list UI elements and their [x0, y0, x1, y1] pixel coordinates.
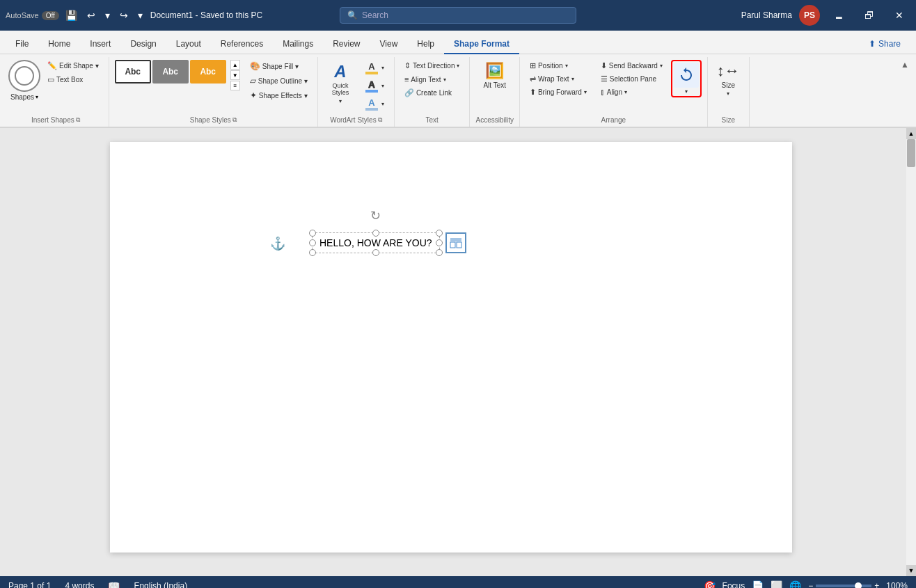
textbox-selected[interactable]: HELLO, HOW ARE YOU? — [312, 232, 440, 253]
handle-tr[interactable] — [436, 230, 443, 237]
tab-references[interactable]: References — [211, 35, 273, 54]
shape-style-1[interactable]: Abc — [115, 60, 151, 84]
shape-outline-button[interactable]: ▱ Shape Outline ▾ — [246, 74, 312, 87]
undo-button[interactable]: ↩ — [84, 8, 99, 23]
size-label: Size — [713, 115, 743, 127]
text-buttons: ⇕ Text Direction ▾ ≡ Align Text ▾ 🔗 Crea… — [400, 60, 464, 99]
tab-view[interactable]: View — [370, 35, 408, 54]
print-layout-icon[interactable]: ⬜ — [771, 580, 782, 588]
scroll-up-arrow[interactable]: ▲ — [906, 128, 916, 139]
handle-mr[interactable] — [436, 239, 443, 246]
zoom-minus[interactable]: − — [808, 581, 813, 588]
scroll-down[interactable]: ▼ — [230, 70, 240, 80]
web-layout-icon[interactable]: 🌐 — [789, 580, 801, 588]
focus-label[interactable]: Focus — [722, 581, 745, 588]
wrap-text-button[interactable]: ⇌ Wrap Text ▾ — [526, 73, 591, 85]
undo-dropdown[interactable]: ▾ — [102, 8, 113, 23]
handle-bl[interactable] — [309, 249, 316, 256]
handle-ml[interactable] — [309, 239, 316, 246]
scroll-more[interactable]: ≡ — [230, 81, 240, 90]
textbox-container: ⚓ ↻ HELLO, HOW ARE YOU? — [312, 232, 440, 253]
text-effects-dropdown[interactable]: ▾ — [381, 101, 384, 107]
handle-bm[interactable] — [372, 249, 379, 256]
zoom-level[interactable]: 100% — [886, 581, 908, 588]
position-icon: ⊞ — [530, 61, 536, 70]
maximize-button[interactable]: 🗗 — [858, 7, 881, 24]
tab-file[interactable]: File — [6, 35, 38, 54]
shape-style-3[interactable]: Abc — [190, 60, 226, 84]
tab-share[interactable]: ⬆ Share — [859, 35, 910, 54]
tab-home[interactable]: Home — [38, 35, 80, 54]
focus-icon[interactable]: 🎯 — [704, 580, 716, 588]
read-mode-icon[interactable]: 📄 — [752, 580, 764, 588]
user-avatar[interactable]: PS — [799, 5, 820, 26]
scroll-down-arrow[interactable]: ▼ — [906, 565, 916, 576]
tab-shape-format[interactable]: Shape Format — [444, 35, 519, 54]
scrollbar-vertical[interactable]: ▲ ▼ — [906, 128, 916, 576]
close-button[interactable]: ✕ — [888, 7, 910, 24]
text-outline-dropdown[interactable]: ▾ — [381, 83, 384, 89]
tab-layout[interactable]: Layout — [166, 35, 211, 54]
shape-effects-button[interactable]: ✦ Shape Effects ▾ — [246, 89, 312, 102]
text-direction-button[interactable]: ⇕ Text Direction ▾ — [400, 60, 464, 72]
text-fill-button[interactable]: A ▾ — [360, 60, 388, 76]
zoom-slider[interactable] — [816, 585, 871, 587]
handle-br[interactable] — [436, 249, 443, 256]
autosave-toggle[interactable]: Off — [42, 11, 59, 20]
align-button[interactable]: ⫿ Align ▾ — [597, 86, 667, 97]
shapes-big-button[interactable] — [8, 60, 40, 92]
zoom-thumb[interactable] — [855, 582, 862, 588]
search-box[interactable]: 🔍 — [340, 7, 576, 24]
text-outline-button[interactable]: A ▾ — [360, 78, 388, 94]
redo-button[interactable]: ↪ — [116, 8, 132, 23]
autosave-label: AutoSave — [6, 11, 39, 19]
position-button[interactable]: ⊞ Position ▾ — [526, 60, 591, 72]
layout-icon[interactable] — [445, 232, 466, 253]
tab-insert[interactable]: Insert — [80, 35, 120, 54]
size-content: ↕↔ Size ▾ — [713, 57, 743, 115]
bring-forward-button[interactable]: ⬆ Bring Forward ▾ — [526, 86, 591, 98]
handle-tm[interactable] — [372, 230, 379, 237]
text-box-button[interactable]: ▭ Text Box — [43, 74, 103, 86]
scroll-thumb[interactable] — [907, 139, 915, 167]
tab-design[interactable]: Design — [120, 35, 166, 54]
shape-fill-button[interactable]: 🎨 Shape Fill ▾ — [246, 60, 312, 72]
align-text-button[interactable]: ≡ Align Text ▾ — [400, 74, 464, 85]
tab-review[interactable]: Review — [323, 35, 370, 54]
quick-styles-button[interactable]: A Quick Styles ▾ — [324, 60, 357, 103]
save-button[interactable]: 💾 — [62, 8, 81, 23]
edit-shape-button[interactable]: ✏️ Edit Shape ▾ — [43, 60, 103, 72]
text-effects-button[interactable]: A ▾ — [360, 96, 388, 112]
shapes-dropdown[interactable]: ▾ — [35, 94, 38, 100]
rotate-button-highlighted[interactable]: ▾ — [671, 60, 702, 97]
layout-icon-box[interactable] — [445, 232, 466, 253]
alt-text-button[interactable]: 🖼️ Alt Text — [480, 60, 510, 103]
tab-help[interactable]: Help — [407, 35, 444, 54]
layout-options-icon — [450, 237, 462, 249]
wordart-styles-label: WordArt Styles ⧉ — [324, 115, 388, 127]
language[interactable]: English (India) — [134, 581, 187, 588]
send-backward-button[interactable]: ⬇ Send Backward ▾ — [597, 60, 667, 72]
search-input[interactable] — [362, 10, 569, 20]
textbox-text[interactable]: HELLO, HOW ARE YOU? — [319, 237, 432, 248]
quick-styles-dropdown[interactable]: ▾ — [339, 98, 342, 104]
arrange-col1: ⊞ Position ▾ ⇌ Wrap Text ▾ ⬆ Bring Forwa… — [526, 60, 591, 98]
tab-mailings[interactable]: Mailings — [273, 35, 323, 54]
shape-style-2[interactable]: Abc — [152, 60, 189, 84]
rotate-handle[interactable]: ↻ — [370, 208, 381, 223]
selection-pane-button[interactable]: ☰ Selection Pane — [597, 73, 667, 85]
text-fill-icon: A — [368, 61, 374, 72]
proofing-icon[interactable]: 📖 — [108, 580, 120, 588]
zoom-plus[interactable]: + — [874, 581, 879, 588]
quick-styles-icon: A — [334, 62, 346, 81]
align-text-icon: ≡ — [404, 75, 409, 84]
status-bar: Page 1 of 1 4 words 📖 English (India) 🎯 … — [0, 576, 916, 588]
text-fill-dropdown[interactable]: ▾ — [381, 65, 384, 71]
handle-tl[interactable] — [309, 230, 316, 237]
restore-down-button[interactable]: 🗕 — [827, 7, 851, 24]
ribbon-collapse[interactable]: ▲ — [901, 57, 913, 127]
scroll-up[interactable]: ▲ — [230, 60, 240, 70]
create-link-button[interactable]: 🔗 Create Link — [400, 87, 464, 99]
customize-qa-button[interactable]: ▾ — [134, 8, 146, 23]
size-button[interactable]: ↕↔ Size ▾ — [713, 60, 743, 103]
